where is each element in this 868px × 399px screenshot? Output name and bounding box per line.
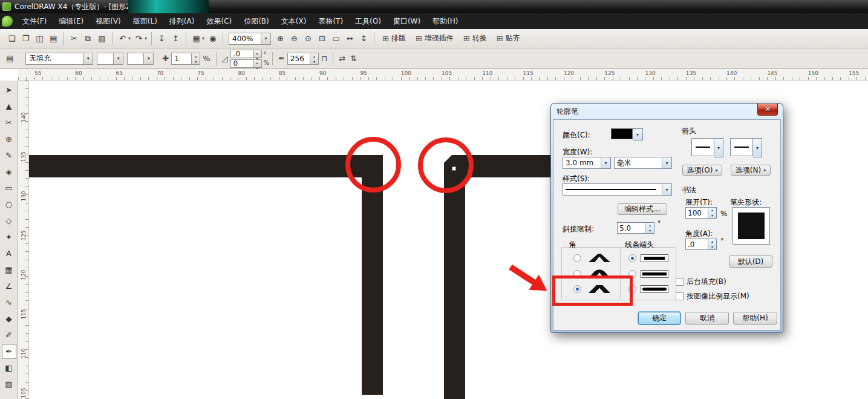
dialog-titlebar[interactable]: 轮廓笔 ✕ [553, 104, 781, 119]
menu-item-9[interactable]: 表格(T) [312, 13, 349, 29]
preset-combo-1[interactable]: ▾ [97, 53, 123, 65]
title-bar[interactable]: CorelDRAW X4（专业版）- [图形2] [0, 0, 868, 13]
open-icon[interactable]: ❐ [19, 31, 33, 46]
count-spinner[interactable]: 1 ▴▾ [171, 53, 200, 65]
vertical-ruler[interactable]: 140135130125120115110105 [18, 81, 29, 399]
width-combo[interactable]: 3.0 mm ▾ [563, 157, 611, 169]
text-tool[interactable]: A [2, 246, 16, 261]
redo-icon-dropdown[interactable]: ▾ [145, 36, 147, 41]
basic-shapes-tool[interactable]: ✦ [2, 229, 16, 245]
mirror-vertical-icon[interactable]: ⇅ [350, 54, 357, 63]
menu-item-10[interactable]: 工具(O) [349, 13, 387, 29]
nib-preview[interactable] [733, 207, 770, 245]
zoom-page-height-icon[interactable]: ↕ [357, 31, 371, 46]
default-button[interactable]: 默认(D) [729, 256, 772, 268]
layout-button[interactable]: ⊞排版 [377, 31, 411, 46]
pick-tool[interactable]: ➤ [2, 82, 16, 97]
eyedropper-tool[interactable]: ✐ [2, 328, 16, 343]
app-launcher-icon[interactable]: ▦ [189, 31, 203, 46]
redo-icon[interactable]: ↷ [132, 31, 146, 46]
undo-icon[interactable]: ↶ [116, 31, 129, 46]
export-icon[interactable]: ↥ [169, 31, 183, 46]
cap-butt-radio[interactable] [628, 254, 636, 262]
end-arrow-combo[interactable]: ▾ [730, 138, 762, 156]
new-document-icon[interactable]: ❏ [5, 31, 19, 46]
miter-limit-spinner[interactable]: 5.0 ▴▾ [617, 222, 654, 234]
corel-online-icon[interactable]: ◉ [206, 31, 220, 46]
menu-item-6[interactable]: 效果(C) [200, 13, 238, 29]
mirror-horizontal-icon[interactable]: ⇄ [339, 54, 345, 63]
spinner-arrows[interactable]: ▴▾ [253, 50, 261, 58]
freehand-tool[interactable]: ✎ [2, 148, 16, 163]
pos-x-spinner[interactable]: .0 ▴▾ [230, 50, 262, 58]
spinner-arrows[interactable]: ▴▾ [191, 53, 200, 64]
crop-tool[interactable]: ✂ [2, 115, 16, 130]
preset-combo-2[interactable]: ▾ [127, 53, 154, 65]
cut-icon[interactable]: ✂ [67, 31, 81, 46]
snap-button[interactable]: ⊞贴齐 [492, 31, 525, 46]
behind-fill-checkbox[interactable]: 后台填充(B) [676, 277, 726, 287]
smart-fill-tool[interactable]: ◈ [2, 164, 16, 179]
menu-item-3[interactable]: 视图(V) [90, 13, 127, 29]
cap-butt-icon[interactable] [641, 254, 668, 262]
rectangle-tool[interactable]: ▭ [2, 180, 16, 196]
polygon-tool[interactable]: ◇ [2, 213, 16, 228]
ellipse-tool[interactable]: ○ [2, 197, 16, 212]
zoom-all-objects-icon[interactable]: ⊡ [315, 31, 329, 46]
zoom-page-width-icon[interactable]: ↔ [343, 31, 357, 46]
width-unit-combo[interactable]: 毫米 ▾ [614, 157, 672, 169]
angle-spinner[interactable]: .0 ▴▾ [685, 239, 717, 250]
print-icon[interactable]: ▤ [47, 31, 60, 46]
stretch-spinner[interactable]: 100 ▴▾ [685, 207, 717, 219]
cap-round-icon[interactable] [641, 285, 668, 293]
resolution-spinner[interactable]: 256 ▴▾ [287, 53, 319, 65]
dimension-tool[interactable]: ∠ [2, 279, 16, 294]
app-launcher-icon-dropdown[interactable]: ▾ [202, 36, 204, 41]
copy-icon[interactable]: ⧉ [81, 31, 95, 46]
start-arrow-combo[interactable]: ▾ [691, 138, 723, 156]
spinner-arrows[interactable]: ▴▾ [708, 239, 716, 249]
connector-tool[interactable]: ∿ [2, 295, 16, 310]
menu-item-12[interactable]: 帮助(H) [426, 13, 464, 29]
zoom-tool[interactable]: ⊕ [2, 131, 16, 147]
line-style-combo[interactable]: ▾ [563, 183, 672, 196]
convert-button[interactable]: ⊞转换 [458, 31, 492, 46]
paste-icon[interactable]: ▧ [95, 31, 109, 46]
blend-tool[interactable]: ◆ [2, 311, 16, 326]
fill-selector-combo[interactable]: 无填充 ▾ [25, 53, 93, 65]
shape-tool[interactable]: ▲ [2, 99, 16, 114]
undo-icon-dropdown[interactable]: ▾ [128, 36, 131, 41]
save-icon[interactable]: ◫ [33, 31, 47, 46]
help-button[interactable]: 帮助(H) [733, 312, 777, 325]
table-tool[interactable]: ▦ [2, 262, 16, 277]
dialog-close-button[interactable]: ✕ [757, 104, 778, 116]
cancel-button[interactable]: 取消 [685, 312, 729, 325]
plugins-button[interactable]: ⊞增强插件 [411, 31, 458, 46]
menu-item-7[interactable]: 位图(B) [238, 13, 275, 29]
scale-with-image-checkbox[interactable]: 按图像比例显示(M) [676, 291, 749, 302]
menu-item-8[interactable]: 文本(X) [275, 13, 313, 29]
outline-tool[interactable]: ✒ [2, 344, 16, 359]
zoom-page-icon[interactable]: ▭ [329, 31, 343, 46]
zoom-in-icon[interactable]: ⊕ [273, 31, 287, 46]
lock-ratio-icon[interactable]: ⊓ [321, 54, 327, 63]
menu-item-1[interactable]: 文件(F) [16, 13, 53, 29]
spinner-arrows[interactable]: ▴▾ [708, 208, 716, 218]
spinner-arrows[interactable]: ▴▾ [310, 53, 318, 64]
menu-item-11[interactable]: 窗口(W) [387, 13, 426, 29]
spinner-arrows[interactable]: ▴▾ [253, 60, 261, 67]
arrow-options-left-button[interactable]: 选项(O) ▾ [682, 165, 722, 176]
import-icon[interactable]: ↧ [155, 31, 169, 46]
corner-miter-radio[interactable] [573, 254, 581, 262]
pos-y-spinner[interactable]: 0 ▴▾ [230, 59, 262, 68]
cap-square-icon[interactable] [641, 270, 668, 278]
line-horizontal-left[interactable] [29, 155, 383, 177]
menu-item-2[interactable]: 编辑(E) [53, 13, 90, 29]
zoom-selected-icon[interactable]: ⊙ [301, 31, 315, 46]
edit-style-button[interactable]: 编辑样式... [618, 203, 667, 215]
interactive-fill-tool[interactable]: ▨ [2, 377, 16, 392]
spinner-arrows[interactable]: ▴▾ [645, 223, 654, 233]
horizontal-ruler[interactable]: 5560657075808590951001051101151201251301… [18, 69, 868, 81]
outline-color-picker[interactable]: ▾ [611, 128, 643, 139]
zoom-out-icon[interactable]: ⊖ [287, 31, 301, 46]
